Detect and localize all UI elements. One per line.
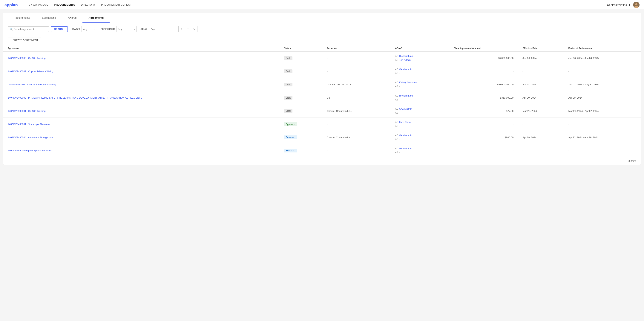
ao-as-filter-select[interactable]: Any xyxy=(149,28,164,30)
agreement-link-0[interactable]: 140ADV2490003 | On Site Training xyxy=(8,57,46,60)
filter-bar: 🔍 SEARCH STATUS Any ▾ PERFORMER Any ▾ xyxy=(3,23,641,35)
table-row: 140ADV2490002 | Copper Telecom WiringDra… xyxy=(3,65,641,78)
cell-ao-as-5: AOKyra ChanAS- xyxy=(391,118,450,131)
cell-amount-5: - xyxy=(450,118,518,131)
cell-amount-2: $20,000,000.00 xyxy=(450,78,518,91)
cell-ao-as-0: AORichard LakeASBen Admin xyxy=(391,52,450,65)
col-header-performer: Performer xyxy=(322,45,391,52)
cell-agreement-6: 140ADV2490004 | Aluminum Storage Vats xyxy=(3,131,279,144)
ao-name-3[interactable]: Richard Lake xyxy=(399,94,414,97)
cell-ao-as-6: AOGAM AdminAS- xyxy=(391,131,450,144)
cell-agreement-2: OP-MS2490001 | Artificial Intelligence S… xyxy=(3,78,279,91)
agreements-table: Agreement Status Performer AO/AS Total A… xyxy=(3,45,641,157)
ao-name-4[interactable]: GAM Admin xyxy=(399,107,412,110)
nav-procurement-copilot[interactable]: PROCUREMENT COPILOT xyxy=(98,0,134,9)
nav-links: MY WORKSPACE PROCUREMENTS DIRECTORY PROC… xyxy=(26,0,134,9)
table-footer: 8 items xyxy=(3,157,641,164)
col-header-effective-date: Effective Date xyxy=(518,45,564,52)
ao-name-6[interactable]: GAM Admin xyxy=(399,134,412,137)
agreement-link-2[interactable]: OP-MS2490001 | Artificial Intelligence S… xyxy=(8,83,56,86)
cell-status-4: Draft xyxy=(279,104,322,118)
ao-as-filter-wrap: AO/AS Any ▾ xyxy=(139,26,176,32)
nav-right: Contract Writing ▼ xyxy=(607,2,640,8)
tab-solicitations[interactable]: Solicitations xyxy=(36,13,62,23)
cell-agreement-4: 140ADV2590001 | On Site Training xyxy=(3,104,279,118)
nav-directory[interactable]: DIRECTORY xyxy=(78,0,98,9)
status-badge-0: Draft xyxy=(284,56,292,60)
cell-status-5: Approved xyxy=(279,118,322,131)
cell-status-1: Draft xyxy=(279,65,322,78)
download-button[interactable]: ⇩ xyxy=(178,26,185,32)
ao-name-2[interactable]: Kelsey Sartorius xyxy=(399,81,417,84)
cell-effective-date-4: Mar 26, 2024 xyxy=(518,104,564,118)
cell-amount-1: - xyxy=(450,65,518,78)
status-badge-1: Draft xyxy=(284,70,292,73)
nav-procurements[interactable]: PROCUREMENTS xyxy=(51,0,78,9)
search-input[interactable] xyxy=(14,28,47,30)
cell-amount-7: - xyxy=(450,144,518,157)
cell-effective-date-5: - xyxy=(518,118,564,131)
as-name-0[interactable]: Ben Admin xyxy=(399,58,411,61)
cell-status-7: Released xyxy=(279,144,322,157)
agreement-link-6[interactable]: 140ADV2490004 | Aluminum Storage Vats xyxy=(8,136,54,139)
create-agreement-button[interactable]: + CREATE AGREEMENT xyxy=(8,37,41,43)
cell-performer-1: - xyxy=(322,65,391,78)
tab-requirements[interactable]: Requirements xyxy=(8,13,36,23)
performer-filter-label: PERFORMER xyxy=(99,26,116,32)
cell-ao-as-7: AOGAM AdminAS- xyxy=(391,144,450,157)
col-header-status: Status xyxy=(279,45,322,52)
cell-agreement-0: 140ADV2490003 | On Site Training xyxy=(3,52,279,65)
status-badge-4: Draft xyxy=(284,109,292,113)
table-row: 140ADV2490002b | Geospatial SoftwareRele… xyxy=(3,144,641,157)
cell-period-6: Apr 12, 2024 - Apr 26, 2024 xyxy=(564,131,641,144)
agreement-link-5[interactable]: 140ADV2490001 | Telescopic Simulator xyxy=(8,123,50,126)
cell-amount-4: $77.00 xyxy=(450,104,518,118)
cell-performer-7: - xyxy=(322,144,391,157)
appian-logo[interactable]: appian xyxy=(4,2,20,8)
cell-ao-as-2: AOKelsey SartoriusAS- xyxy=(391,78,450,91)
agreement-link-1[interactable]: 140ADV2490002 | Copper Telecom Wiring xyxy=(8,70,54,73)
cell-effective-date-0: Jun 06, 2024 xyxy=(518,52,564,65)
cell-amount-3: $350,000.00 xyxy=(450,91,518,104)
ao-name-7[interactable]: GAM Admin xyxy=(399,147,412,150)
status-badge-2: Draft xyxy=(284,83,292,86)
contract-writing-menu[interactable]: Contract Writing ▼ xyxy=(607,3,631,6)
cell-performer-2: U.S. ARTIFICIAL INTE... xyxy=(322,78,391,91)
cell-ao-as-1: AOGAM AdminAS- xyxy=(391,65,450,78)
cell-performer-4: Chester County Indus... xyxy=(322,104,391,118)
cell-status-3: Draft xyxy=(279,91,322,104)
ao-name-1[interactable]: GAM Admin xyxy=(399,68,412,71)
status-badge-6: Released xyxy=(284,136,297,139)
filter-button[interactable]: ◫ xyxy=(185,26,191,32)
user-avatar[interactable] xyxy=(633,2,640,8)
tab-agreements[interactable]: Agreements xyxy=(82,13,110,23)
performer-filter-select[interactable]: Any xyxy=(116,28,132,30)
cell-effective-date-7: - xyxy=(518,144,564,157)
tab-awards[interactable]: Awards xyxy=(62,13,82,23)
status-filter-label: STATUS xyxy=(70,26,82,32)
search-icon: 🔍 xyxy=(10,28,13,30)
cell-agreement-7: 140ADV2490002b | Geospatial Software xyxy=(3,144,279,157)
action-bar: + CREATE AGREEMENT xyxy=(3,35,641,45)
ao-as-filter-group: AO/AS Any xyxy=(139,26,176,32)
cell-agreement-5: 140ADV2490001 | Telescopic Simulator xyxy=(3,118,279,131)
search-button[interactable]: SEARCH xyxy=(51,26,68,32)
ao-name-0[interactable]: Richard Lake xyxy=(399,54,414,58)
table-row: 140ADV2490004 | Aluminum Storage VatsRel… xyxy=(3,131,641,144)
cell-performer-0: - xyxy=(322,52,391,65)
nav-my-workspace[interactable]: MY WORKSPACE xyxy=(26,0,51,9)
status-filter-select[interactable]: Any xyxy=(82,28,97,30)
status-badge-5: Approved xyxy=(284,122,297,126)
cell-ao-as-4: AOGAM AdminAS- xyxy=(391,104,450,118)
cell-status-2: Draft xyxy=(279,78,322,91)
agreement-link-3[interactable]: 140ADV2490003 | PHMSA PIPELINE SAFETY RE… xyxy=(8,96,142,99)
main-content: Requirements Solicitations Awards Agreem… xyxy=(3,13,641,165)
cell-period-2: Jun 01, 2024 - May 31, 2025 xyxy=(564,78,641,91)
ao-name-5[interactable]: Kyra Chan xyxy=(399,121,410,124)
top-nav: appian MY WORKSPACE PROCUREMENTS DIRECTO… xyxy=(0,0,644,10)
agreement-link-7[interactable]: 140ADV2490002b | Geospatial Software xyxy=(8,149,52,152)
table-row: OP-MS2490001 | Artificial Intelligence S… xyxy=(3,78,641,91)
agreement-link-4[interactable]: 140ADV2590001 | On Site Training xyxy=(8,110,46,112)
cell-period-3: Apr 30, 2024 xyxy=(564,91,641,104)
refresh-button[interactable]: ↻ xyxy=(191,26,198,32)
